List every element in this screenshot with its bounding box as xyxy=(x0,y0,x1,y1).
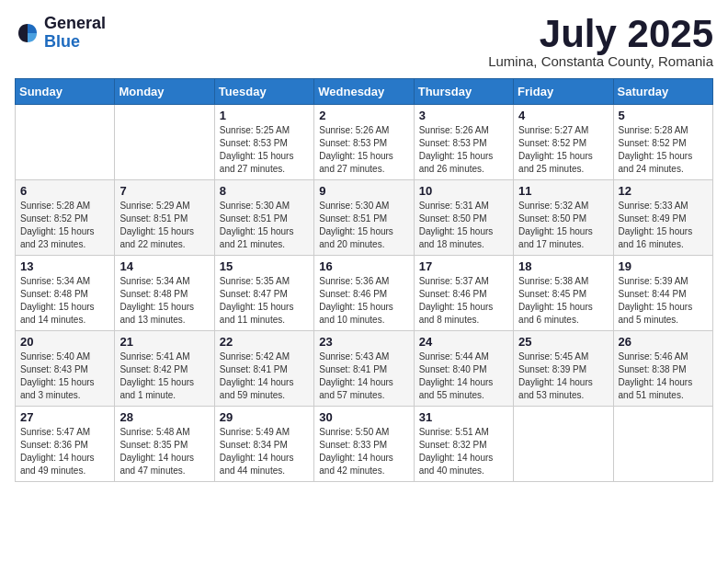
calendar-cell: 3Sunrise: 5:26 AM Sunset: 8:53 PM Daylig… xyxy=(414,105,513,180)
calendar-cell: 4Sunrise: 5:27 AM Sunset: 8:52 PM Daylig… xyxy=(514,105,613,180)
day-number: 19 xyxy=(619,259,708,273)
day-number: 26 xyxy=(619,335,708,349)
day-number: 27 xyxy=(20,410,109,424)
day-number: 12 xyxy=(619,184,708,198)
day-detail: Sunrise: 5:31 AM Sunset: 8:50 PM Dayligh… xyxy=(419,200,508,251)
calendar-cell: 10Sunrise: 5:31 AM Sunset: 8:50 PM Dayli… xyxy=(414,180,513,256)
day-detail: Sunrise: 5:25 AM Sunset: 8:53 PM Dayligh… xyxy=(220,124,309,176)
day-detail: Sunrise: 5:26 AM Sunset: 8:53 PM Dayligh… xyxy=(319,124,408,176)
day-number: 30 xyxy=(319,410,408,424)
day-number: 21 xyxy=(119,335,209,349)
day-header-friday: Friday xyxy=(514,79,613,105)
day-detail: Sunrise: 5:29 AM Sunset: 8:51 PM Dayligh… xyxy=(119,200,209,251)
day-number: 2 xyxy=(319,109,408,122)
day-number: 20 xyxy=(20,335,109,349)
day-header-tuesday: Tuesday xyxy=(214,79,313,105)
calendar-cell: 31Sunrise: 5:51 AM Sunset: 8:32 PM Dayli… xyxy=(414,407,513,482)
day-detail: Sunrise: 5:47 AM Sunset: 8:36 PM Dayligh… xyxy=(20,426,109,477)
logo-general: General xyxy=(44,15,106,33)
day-header-thursday: Thursday xyxy=(414,79,513,105)
day-detail: Sunrise: 5:28 AM Sunset: 8:52 PM Dayligh… xyxy=(619,124,708,176)
calendar-cell xyxy=(514,407,613,482)
calendar-cell: 19Sunrise: 5:39 AM Sunset: 8:44 PM Dayli… xyxy=(613,256,712,331)
calendar-cell: 6Sunrise: 5:28 AM Sunset: 8:52 PM Daylig… xyxy=(16,180,115,256)
calendar-cell: 21Sunrise: 5:41 AM Sunset: 8:42 PM Dayli… xyxy=(115,331,214,407)
calendar-cell: 1Sunrise: 5:25 AM Sunset: 8:53 PM Daylig… xyxy=(214,105,313,180)
days-row: SundayMondayTuesdayWednesdayThursdayFrid… xyxy=(16,79,713,105)
calendar-body: 1Sunrise: 5:25 AM Sunset: 8:53 PM Daylig… xyxy=(16,105,713,482)
day-number: 15 xyxy=(220,259,309,273)
day-detail: Sunrise: 5:45 AM Sunset: 8:39 PM Dayligh… xyxy=(518,350,608,402)
day-detail: Sunrise: 5:49 AM Sunset: 8:34 PM Dayligh… xyxy=(220,426,309,477)
calendar-cell xyxy=(115,105,214,180)
logo-blue: Blue xyxy=(44,33,106,52)
day-number: 7 xyxy=(119,184,209,198)
calendar: SundayMondayTuesdayWednesdayThursdayFrid… xyxy=(15,78,713,482)
calendar-cell: 28Sunrise: 5:48 AM Sunset: 8:35 PM Dayli… xyxy=(115,407,214,482)
calendar-cell: 26Sunrise: 5:46 AM Sunset: 8:38 PM Dayli… xyxy=(613,331,712,407)
day-detail: Sunrise: 5:48 AM Sunset: 8:35 PM Dayligh… xyxy=(119,426,209,477)
day-detail: Sunrise: 5:32 AM Sunset: 8:50 PM Dayligh… xyxy=(518,200,608,251)
day-number: 16 xyxy=(319,259,408,273)
calendar-week-1: 1Sunrise: 5:25 AM Sunset: 8:53 PM Daylig… xyxy=(16,105,713,180)
calendar-cell: 24Sunrise: 5:44 AM Sunset: 8:40 PM Dayli… xyxy=(414,331,513,407)
logo: General Blue xyxy=(15,15,106,52)
day-number: 13 xyxy=(20,259,109,273)
calendar-week-3: 13Sunrise: 5:34 AM Sunset: 8:48 PM Dayli… xyxy=(16,256,713,331)
day-detail: Sunrise: 5:37 AM Sunset: 8:46 PM Dayligh… xyxy=(419,275,508,327)
calendar-cell: 22Sunrise: 5:42 AM Sunset: 8:41 PM Dayli… xyxy=(214,331,313,407)
day-detail: Sunrise: 5:38 AM Sunset: 8:45 PM Dayligh… xyxy=(518,275,608,327)
location: Lumina, Constanta County, Romania xyxy=(488,53,713,69)
calendar-cell: 5Sunrise: 5:28 AM Sunset: 8:52 PM Daylig… xyxy=(613,105,712,180)
day-header-wednesday: Wednesday xyxy=(314,79,414,105)
calendar-cell: 23Sunrise: 5:43 AM Sunset: 8:41 PM Dayli… xyxy=(314,331,414,407)
calendar-cell: 29Sunrise: 5:49 AM Sunset: 8:34 PM Dayli… xyxy=(214,407,313,482)
day-number: 23 xyxy=(319,335,408,349)
month-title: July 2025 xyxy=(488,15,713,53)
day-detail: Sunrise: 5:44 AM Sunset: 8:40 PM Dayligh… xyxy=(419,350,508,402)
calendar-week-5: 27Sunrise: 5:47 AM Sunset: 8:36 PM Dayli… xyxy=(16,407,713,482)
day-detail: Sunrise: 5:33 AM Sunset: 8:49 PM Dayligh… xyxy=(619,200,708,251)
day-header-monday: Monday xyxy=(115,79,214,105)
day-detail: Sunrise: 5:34 AM Sunset: 8:48 PM Dayligh… xyxy=(20,275,109,327)
calendar-cell: 7Sunrise: 5:29 AM Sunset: 8:51 PM Daylig… xyxy=(115,180,214,256)
calendar-cell: 15Sunrise: 5:35 AM Sunset: 8:47 PM Dayli… xyxy=(214,256,313,331)
day-number: 28 xyxy=(119,410,209,424)
day-number: 3 xyxy=(419,109,508,122)
day-number: 22 xyxy=(220,335,309,349)
day-detail: Sunrise: 5:34 AM Sunset: 8:48 PM Dayligh… xyxy=(119,275,209,327)
logo-text: General Blue xyxy=(44,15,106,52)
day-detail: Sunrise: 5:30 AM Sunset: 8:51 PM Dayligh… xyxy=(319,200,408,251)
day-detail: Sunrise: 5:27 AM Sunset: 8:52 PM Dayligh… xyxy=(518,124,608,176)
day-number: 8 xyxy=(220,184,309,198)
day-number: 18 xyxy=(518,259,608,273)
day-detail: Sunrise: 5:51 AM Sunset: 8:32 PM Dayligh… xyxy=(419,426,508,477)
calendar-cell xyxy=(16,105,115,180)
day-detail: Sunrise: 5:35 AM Sunset: 8:47 PM Dayligh… xyxy=(220,275,309,327)
day-detail: Sunrise: 5:36 AM Sunset: 8:46 PM Dayligh… xyxy=(319,275,408,327)
calendar-header: SundayMondayTuesdayWednesdayThursdayFrid… xyxy=(16,79,713,105)
calendar-cell: 20Sunrise: 5:40 AM Sunset: 8:43 PM Dayli… xyxy=(16,331,115,407)
day-detail: Sunrise: 5:28 AM Sunset: 8:52 PM Dayligh… xyxy=(20,200,109,251)
day-number: 1 xyxy=(220,109,309,122)
calendar-cell: 30Sunrise: 5:50 AM Sunset: 8:33 PM Dayli… xyxy=(314,407,414,482)
day-detail: Sunrise: 5:43 AM Sunset: 8:41 PM Dayligh… xyxy=(319,350,408,402)
calendar-cell: 2Sunrise: 5:26 AM Sunset: 8:53 PM Daylig… xyxy=(314,105,414,180)
calendar-week-2: 6Sunrise: 5:28 AM Sunset: 8:52 PM Daylig… xyxy=(16,180,713,256)
day-detail: Sunrise: 5:42 AM Sunset: 8:41 PM Dayligh… xyxy=(220,350,309,402)
day-header-saturday: Saturday xyxy=(613,79,712,105)
logo-icon xyxy=(15,20,40,46)
day-number: 25 xyxy=(518,335,608,349)
day-detail: Sunrise: 5:50 AM Sunset: 8:33 PM Dayligh… xyxy=(319,426,408,477)
day-number: 5 xyxy=(619,109,708,122)
calendar-cell: 13Sunrise: 5:34 AM Sunset: 8:48 PM Dayli… xyxy=(16,256,115,331)
day-number: 9 xyxy=(319,184,408,198)
day-number: 29 xyxy=(220,410,309,424)
day-detail: Sunrise: 5:30 AM Sunset: 8:51 PM Dayligh… xyxy=(220,200,309,251)
calendar-cell: 14Sunrise: 5:34 AM Sunset: 8:48 PM Dayli… xyxy=(115,256,214,331)
day-number: 6 xyxy=(20,184,109,198)
day-number: 31 xyxy=(419,410,508,424)
calendar-cell: 8Sunrise: 5:30 AM Sunset: 8:51 PM Daylig… xyxy=(214,180,313,256)
day-detail: Sunrise: 5:46 AM Sunset: 8:38 PM Dayligh… xyxy=(619,350,708,402)
day-number: 4 xyxy=(518,109,608,122)
